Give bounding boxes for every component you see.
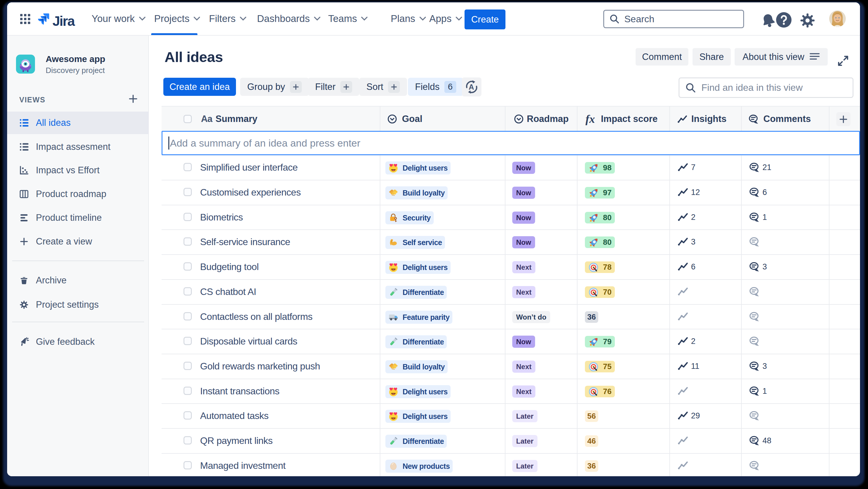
svg-text:A: A [469,83,474,91]
